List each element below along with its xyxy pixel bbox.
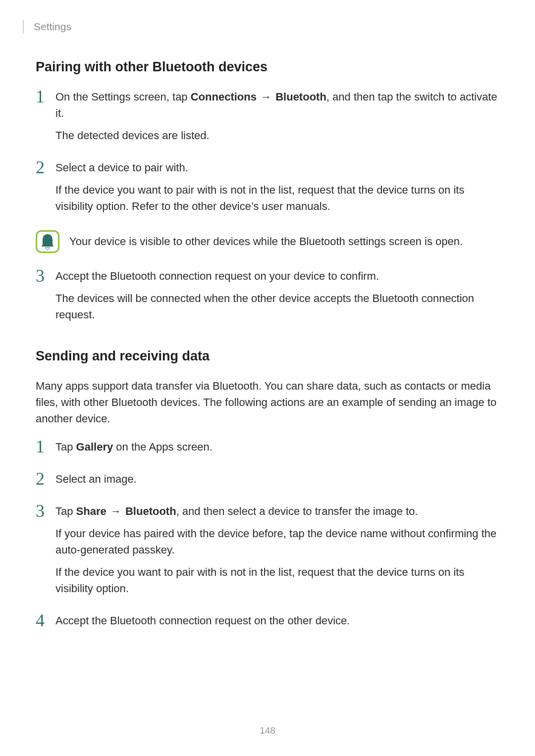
bold-run: Bluetooth <box>125 505 176 517</box>
step-number: 1 <box>36 438 55 455</box>
step-text: Tap Gallery on the Apps screen. <box>55 439 499 455</box>
step-body: Accept the Bluetooth connection request … <box>55 612 499 635</box>
pairing-step-1: 1 On the Settings screen, tap Connection… <box>36 89 499 150</box>
bold-run: Bluetooth <box>275 91 326 103</box>
step-text: Select a device to pair with. <box>55 159 499 176</box>
step-subtext: If the device you want to pair with is n… <box>55 182 499 214</box>
sending-step-1: 1 Tap Gallery on the Apps screen. <box>36 439 499 461</box>
step-text: Accept the Bluetooth connection request … <box>55 268 499 284</box>
step-body: Select a device to pair with. If the dev… <box>55 159 499 220</box>
step-number: 3 <box>36 502 55 520</box>
step-body: Tap Share → Bluetooth, and then select a… <box>55 503 499 603</box>
sending-step-4: 4 Accept the Bluetooth connection reques… <box>36 612 499 635</box>
text-run: , and then select a device to transfer t… <box>176 505 418 517</box>
text-run: Tap <box>55 505 76 517</box>
page-number: 148 <box>0 725 535 736</box>
note-text: Your device is visible to other devices … <box>69 234 463 250</box>
document-page: Settings Pairing with other Bluetooth de… <box>0 0 535 635</box>
bold-run: Gallery <box>76 441 113 453</box>
text-run: On the Settings screen, tap <box>55 91 191 103</box>
step-number: 3 <box>36 267 55 285</box>
step-body: Accept the Bluetooth connection request … <box>55 268 499 329</box>
section-header: Settings <box>36 20 499 34</box>
bold-run: Connections <box>191 91 257 103</box>
arrow-icon: → <box>107 505 125 517</box>
bold-run: Share <box>76 505 107 517</box>
step-body: Select an image. <box>55 471 499 493</box>
step-text: Accept the Bluetooth connection request … <box>55 612 499 629</box>
step-number: 2 <box>36 470 55 488</box>
note-callout: Your device is visible to other devices … <box>36 230 499 253</box>
step-text: Tap Share → Bluetooth, and then select a… <box>55 503 499 519</box>
step-number: 4 <box>36 611 55 629</box>
step-body: On the Settings screen, tap Connections … <box>55 89 499 150</box>
step-subtext: If the device you want to pair with is n… <box>55 564 499 597</box>
step-subtext: The devices will be connected when the o… <box>55 290 499 323</box>
step-body: Tap Gallery on the Apps screen. <box>55 439 499 461</box>
sending-intro: Many apps support data transfer via Blue… <box>36 378 499 427</box>
step-subtext: The detected devices are listed. <box>55 127 499 144</box>
sending-step-2: 2 Select an image. <box>36 471 499 493</box>
text-run: Tap <box>55 441 76 453</box>
header-rule <box>23 20 24 34</box>
step-text: On the Settings screen, tap Connections … <box>55 89 499 121</box>
step-number: 2 <box>36 158 55 176</box>
pairing-step-2: 2 Select a device to pair with. If the d… <box>36 159 499 220</box>
step-number: 1 <box>36 88 55 105</box>
step-text: Select an image. <box>55 471 499 487</box>
bell-icon <box>36 230 59 253</box>
text-run: on the Apps screen. <box>113 441 213 453</box>
sending-step-3: 3 Tap Share → Bluetooth, and then select… <box>36 503 499 603</box>
sending-heading: Sending and receiving data <box>36 349 499 364</box>
step-subtext: If your device has paired with the devic… <box>55 525 499 558</box>
pairing-step-3: 3 Accept the Bluetooth connection reques… <box>36 268 499 329</box>
section-header-text: Settings <box>34 21 71 33</box>
pairing-heading: Pairing with other Bluetooth devices <box>36 59 499 75</box>
arrow-icon: → <box>257 91 275 103</box>
